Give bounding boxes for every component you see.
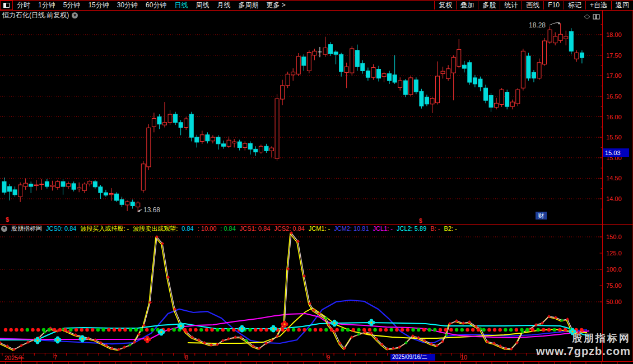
period-tab-更多 >[interactable]: 更多 > (262, 1, 289, 10)
period-tab-分时[interactable]: 分时 (13, 1, 34, 10)
time-axis: 2025/09/16/二 2025年78910 (0, 353, 633, 361)
svg-text:16.50: 16.50 (606, 93, 622, 100)
toolbar-button-叠加[interactable]: 叠加 (456, 1, 478, 10)
indicator-value: JCS2: 0.84 (274, 225, 304, 232)
svg-text:财: 财 (538, 212, 544, 219)
svg-text:15.50: 15.50 (606, 134, 622, 141)
indicator-value: 0.84 (181, 225, 193, 232)
svg-text:16.00: 16.00 (606, 114, 622, 120)
period-tabs: 分时1分钟5分钟15分钟30分钟60分钟日线周线月线多周期更多 > (13, 1, 290, 10)
chevron-down-icon[interactable]: ▼ (72, 12, 78, 18)
signal-flower-marker (54, 337, 62, 344)
signal-flower-marker (331, 320, 338, 327)
watermark-site-name: 股朋指标网 (536, 332, 631, 345)
stock-title[interactable]: 恒力石化(日线.前复权) (2, 11, 69, 20)
chart-titlebar: 恒力石化(日线.前复权) ▼ (2, 11, 78, 20)
period-tab-60分钟[interactable]: 60分钟 (142, 1, 170, 10)
indicator-value: JCM1: - (309, 225, 331, 232)
svg-text:125.0: 125.0 (606, 250, 622, 256)
time-axis-label: 9 (327, 354, 330, 361)
period-tab-多周期[interactable]: 多周期 (234, 1, 262, 10)
svg-text:150.0: 150.0 (606, 234, 622, 240)
indicator-value: JCL1: - (373, 225, 393, 232)
collapse-icon[interactable]: ▼ (1, 226, 7, 232)
time-axis-label: 2025年 (4, 354, 24, 362)
svg-text:75.00: 75.00 (606, 282, 622, 289)
period-tab-1分钟[interactable]: 1分钟 (34, 1, 59, 10)
indicator-header: ▼ 股朋指标网 JCS0: 0.84波段买入或持股: -波段卖出或观望:0.84… (1, 225, 457, 232)
indicator-value: : 0.84 (220, 225, 236, 232)
toolbar-button-标记[interactable]: 标记 (564, 1, 585, 10)
indicator-value: JCS1: 0.84 (240, 225, 270, 232)
svg-text:15.03: 15.03 (605, 150, 621, 156)
selected-date-badge: 2025/09/16/二 (390, 354, 435, 361)
svg-text:100.0: 100.0 (606, 266, 622, 273)
svg-text:14.00: 14.00 (606, 195, 622, 202)
svg-text:17.50: 17.50 (606, 52, 622, 59)
time-axis-label: 7 (54, 354, 57, 361)
chart-canvas[interactable]: 18.0017.5017.0016.5016.0015.5015.0014.50… (0, 0, 633, 364)
svg-text:13.68: 13.68 (143, 206, 160, 214)
indicator-value: B: - (430, 225, 440, 232)
svg-text:50.00: 50.00 (606, 298, 622, 305)
toolbar-button-+自选[interactable]: +自选 (585, 1, 611, 10)
indicator-value: 波段买入或持股: - (80, 225, 129, 232)
layout-icon[interactable] (0, 1, 13, 10)
period-tab-周线[interactable]: 周线 (192, 1, 213, 10)
toolbar-button-画线[interactable]: 画线 (522, 1, 543, 10)
svg-text:14.50: 14.50 (606, 175, 622, 181)
indicator-value: : 10.00 (198, 225, 217, 232)
time-axis-label: 8 (185, 354, 188, 361)
toolbar-button-统计[interactable]: 统计 (500, 1, 522, 10)
signal-flower-marker (368, 319, 375, 326)
indicator-value: JCS0: 0.84 (46, 225, 76, 232)
indicator-panel[interactable]: 150.0125.0100.075.0050.00 (0, 231, 622, 351)
svg-text:$: $ (419, 218, 422, 224)
svg-text:$: $ (6, 216, 9, 223)
period-tab-15分钟[interactable]: 15分钟 (84, 1, 113, 10)
svg-text:18.00: 18.00 (606, 31, 622, 38)
period-tab-30分钟[interactable]: 30分钟 (113, 1, 142, 10)
period-tab-日线[interactable]: 日线 (170, 1, 192, 10)
toolbar-button-F10[interactable]: F10 (543, 1, 564, 10)
toolbar-right-buttons: 复权叠加多股统计画线F10标记+自选返回 (434, 1, 633, 10)
indicator-value: JCM2: 10.81 (334, 225, 369, 232)
indicator-site-label: 股朋指标网 (11, 225, 42, 232)
main-candle-chart[interactable]: 18.0017.5017.0016.5016.0015.5015.0014.50… (0, 15, 629, 224)
indicator-value: JCL2: 5.89 (397, 225, 426, 232)
time-axis-label: 10 (460, 354, 467, 361)
toolbar-button-多股[interactable]: 多股 (478, 1, 500, 10)
period-tab-5分钟[interactable]: 5分钟 (59, 1, 85, 10)
svg-text:18.28: 18.28 (529, 21, 546, 29)
toolbar-button-返回[interactable]: 返回 (611, 1, 633, 10)
trading-app-window: { "toolbar": { "items": [ {"label":"分时",… (0, 0, 633, 364)
top-toolbar: 分时1分钟5分钟15分钟30分钟60分钟日线周线月线多周期更多 > 复权叠加多股… (0, 0, 633, 11)
indicator-value: B2: - (444, 225, 457, 232)
indicator-value: 波段卖出或观望: (133, 225, 178, 232)
period-tab-月线[interactable]: 月线 (213, 1, 234, 10)
toolbar-button-复权[interactable]: 复权 (434, 1, 456, 10)
window-split-icon (3, 3, 10, 8)
svg-text:17.00: 17.00 (606, 72, 622, 79)
